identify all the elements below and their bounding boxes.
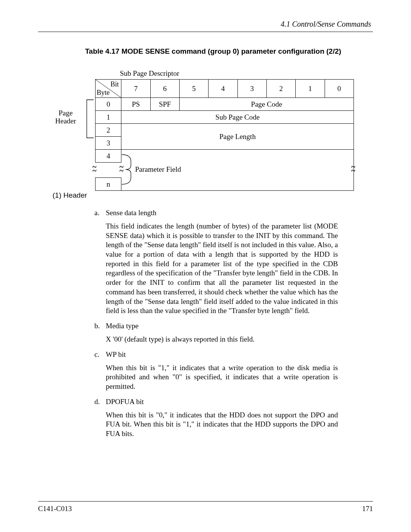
corner-cell: Bit Byte bbox=[96, 80, 121, 98]
item-body: X '00' (default type) is always reported… bbox=[106, 335, 338, 344]
sub-page-descriptor-label: Sub Page Descriptor bbox=[120, 69, 179, 78]
bit-table: Bit Byte 7 6 5 4 3 2 1 0 0 PS SPF Page C… bbox=[95, 79, 354, 191]
byte-label: Byte bbox=[97, 89, 110, 97]
bit-0: 0 bbox=[325, 80, 354, 98]
item-marker: b. bbox=[94, 322, 106, 330]
bit-2: 2 bbox=[266, 80, 295, 98]
item-title: DPOFUA bit bbox=[106, 398, 144, 406]
tilde-icon: ~~ bbox=[119, 165, 123, 173]
item-title: Sense data length bbox=[106, 209, 156, 217]
running-header: 4.1 Control/Sense Commands bbox=[38, 20, 373, 29]
item-body: When this bit is "0," it indicates that … bbox=[106, 411, 338, 439]
tilde-icon: ~~ bbox=[351, 165, 355, 173]
cell-subpagecode: Sub Page Code bbox=[121, 111, 354, 124]
byte-4: 4 bbox=[96, 150, 121, 163]
doc-id: C141-C013 bbox=[38, 505, 72, 513]
bracket-icon bbox=[86, 99, 95, 139]
bit-1: 1 bbox=[296, 80, 325, 98]
byte-n: n bbox=[96, 178, 121, 191]
item-title: Media type bbox=[106, 322, 139, 330]
list-item: a.Sense data length This field indicates… bbox=[94, 209, 373, 316]
item-body: When this bit is "1," it indicates that … bbox=[106, 363, 338, 391]
cell-pagelength: Page Length bbox=[121, 124, 354, 150]
bit-6: 6 bbox=[150, 80, 179, 98]
page-header-label-line1: Page bbox=[59, 109, 73, 117]
bit-4: 4 bbox=[209, 80, 237, 98]
item-title: WP bit bbox=[106, 350, 126, 358]
bit-3: 3 bbox=[237, 80, 266, 98]
byte-0: 0 bbox=[96, 98, 121, 111]
list-item: d.DPOFUA bit When this bit is "0," it in… bbox=[94, 398, 373, 439]
bit-7: 7 bbox=[121, 80, 150, 98]
tilde-icon: ~~ bbox=[92, 165, 96, 173]
list-item: b.Media type X '00' (default type) is al… bbox=[94, 322, 373, 344]
bit-5: 5 bbox=[179, 80, 208, 98]
list-item: c.WP bit When this bit is "1," it indica… bbox=[94, 350, 373, 391]
footer-rule bbox=[38, 501, 373, 502]
cell-spf: SPF bbox=[150, 98, 179, 111]
parameter-field-label: Parameter Field bbox=[135, 165, 181, 174]
header-rule bbox=[38, 32, 373, 32]
table-caption: Table 4.17 MODE SENSE command (group 0) … bbox=[38, 47, 373, 56]
byte-3: 3 bbox=[96, 137, 121, 150]
definition-list: a.Sense data length This field indicates… bbox=[94, 209, 373, 439]
byte-2: 2 bbox=[96, 124, 121, 137]
page-header-label-line2: Header bbox=[55, 117, 76, 125]
section-heading: (1) Header bbox=[53, 191, 373, 200]
page-header-label: Page Header bbox=[55, 109, 76, 125]
page-number: 171 bbox=[362, 505, 373, 513]
item-body: This field indicates the length (number … bbox=[106, 222, 338, 316]
bit-label: Bit bbox=[110, 80, 119, 88]
byte-gap bbox=[96, 163, 121, 178]
item-marker: a. bbox=[94, 209, 106, 217]
item-marker: c. bbox=[94, 350, 106, 359]
footer: C141-C013 171 bbox=[38, 501, 373, 513]
item-marker: d. bbox=[94, 398, 106, 406]
cell-ps: PS bbox=[121, 98, 150, 111]
byte-1: 1 bbox=[96, 111, 121, 124]
figure: Sub Page Descriptor Page Header Bit Byte… bbox=[49, 69, 373, 184]
cell-pagecode: Page Code bbox=[179, 98, 354, 111]
